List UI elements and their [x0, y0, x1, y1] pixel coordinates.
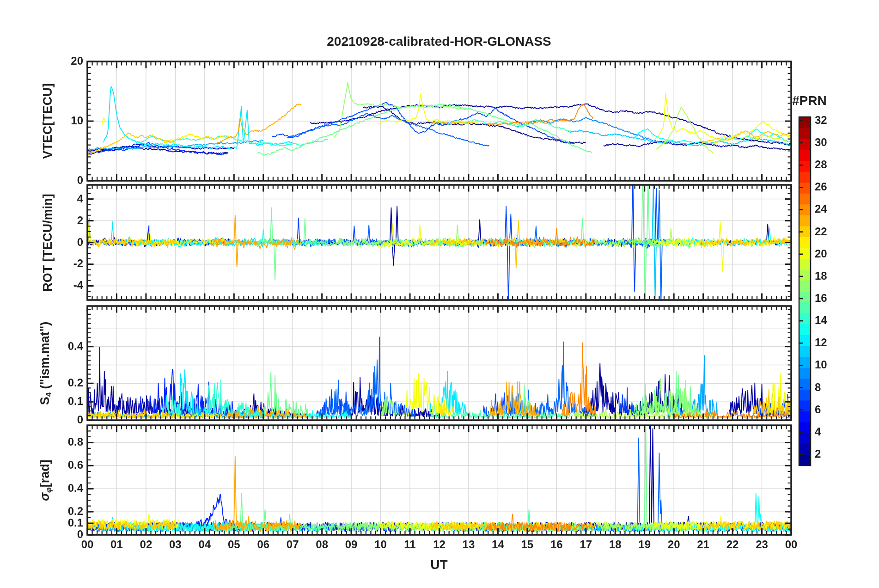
x-tick-label: 14 [483, 538, 513, 551]
x-tick-label: 06 [249, 538, 278, 551]
x-tick-label: 01 [102, 538, 131, 551]
colorbar-title: #PRN [792, 93, 827, 108]
x-tick-label: 19 [630, 538, 659, 551]
y-tick-label-s4: 0 [0, 413, 83, 426]
x-tick-label: 05 [219, 538, 249, 551]
x-axis-title: UT [430, 557, 447, 572]
x-tick-label: 12 [425, 538, 454, 551]
colorbar-tick-label: 26 [815, 180, 827, 193]
y-axis-title-s4: S4 ("ism.mat") [38, 321, 54, 404]
colorbar-tick-label: 10 [815, 358, 827, 371]
colorbar-tick-label: 2 [815, 447, 821, 460]
x-tick-label: 07 [278, 538, 307, 551]
x-tick-label: 13 [454, 538, 483, 551]
y-tick-label-sigma_phi: 0.2 [0, 505, 83, 518]
y-tick-label-vtec: 0 [0, 174, 83, 187]
x-tick-label: 16 [542, 538, 571, 551]
colorbar-tick-label: 22 [815, 225, 827, 238]
x-tick-label: 09 [336, 538, 366, 551]
colorbar-tick-label: 16 [815, 292, 827, 305]
x-tick-label: 03 [160, 538, 190, 551]
colorbar-tick-label: 24 [815, 202, 827, 215]
colorbar-tick-label: 14 [815, 314, 827, 327]
x-tick-label: 23 [747, 538, 777, 551]
colorbar-tick-label: 30 [815, 136, 827, 149]
x-tick-label: 02 [131, 538, 161, 551]
x-tick-label: 00 [73, 538, 102, 551]
y-tick-label-vtec: 20 [0, 55, 83, 67]
colorbar-tick-label: 4 [815, 425, 821, 438]
colorbar-tick-label: 20 [815, 247, 827, 260]
chart-title: 20210928-calibrated-HOR-GLONASS [327, 34, 551, 49]
colorbar-tick-label: 6 [815, 403, 821, 416]
y-tick-label-sigma_phi: 0 [0, 528, 83, 541]
y-axis-title-sigma_phi: σφ[rad] [38, 459, 54, 501]
x-tick-label: 11 [395, 538, 425, 551]
colorbar-tick-label: 18 [815, 270, 827, 282]
x-tick-label: 15 [513, 538, 542, 551]
x-tick-label: 00 [776, 538, 806, 551]
colorbar-tick-label: 8 [815, 381, 821, 394]
x-tick-label: 08 [307, 538, 337, 551]
x-tick-label: 17 [571, 538, 601, 551]
x-tick-label: 22 [718, 538, 747, 551]
y-tick-label-sigma_phi: 0.8 [0, 435, 83, 448]
chart-canvas [0, 0, 879, 588]
y-axis-title-rot: ROT [TECU/min] [41, 194, 55, 291]
y-axis-title-vtec: VTEC[TECU] [41, 83, 55, 159]
x-tick-label: 18 [600, 538, 630, 551]
figure: 20210928-calibrated-HOR-GLONASS UT #PRN … [0, 0, 879, 588]
x-tick-label: 20 [659, 538, 689, 551]
colorbar-tick-label: 32 [815, 114, 827, 127]
x-tick-label: 21 [689, 538, 718, 551]
y-tick-label-sigma_phi: 0.1 [0, 516, 83, 529]
colorbar-tick-label: 12 [815, 336, 827, 349]
x-tick-label: 10 [366, 538, 396, 551]
colorbar-tick-label: 28 [815, 158, 827, 171]
x-tick-label: 04 [190, 538, 220, 551]
